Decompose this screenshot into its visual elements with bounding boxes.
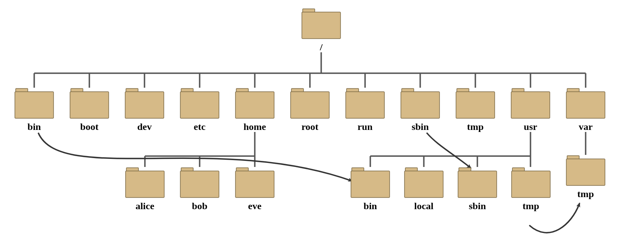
folder-label: /	[320, 42, 323, 53]
folder-icon	[345, 88, 385, 119]
folder-icon	[457, 167, 497, 198]
folder-usr-tmp: tmp	[511, 167, 551, 212]
folder-icon	[510, 88, 551, 119]
svg-rect-26	[302, 12, 341, 39]
folder-alice: alice	[125, 167, 165, 212]
folder-run: run	[345, 88, 385, 132]
svg-rect-32	[125, 92, 164, 118]
svg-rect-56	[351, 171, 390, 198]
folder-icon	[566, 88, 606, 119]
svg-rect-58	[405, 171, 443, 198]
folder-label: bob	[192, 201, 208, 212]
folder-label: tmp	[467, 121, 483, 132]
folder-var: var	[566, 88, 606, 132]
folder-icon	[235, 88, 275, 119]
folder-label: tmp	[577, 189, 594, 200]
folder-icon	[180, 167, 220, 198]
folder-home: home	[235, 88, 275, 132]
folder-root: /	[301, 8, 341, 53]
svg-rect-42	[401, 92, 440, 118]
folder-bob: bob	[180, 167, 220, 212]
folder-label: local	[414, 201, 433, 212]
svg-rect-52	[180, 171, 219, 198]
svg-rect-40	[346, 92, 384, 118]
folder-sbin-top: sbin	[400, 88, 440, 132]
folder-label: root	[301, 121, 318, 132]
svg-rect-60	[458, 171, 497, 198]
folder-icon	[404, 167, 444, 198]
svg-rect-64	[566, 159, 605, 185]
svg-rect-36	[235, 92, 274, 118]
folder-icon	[455, 88, 495, 119]
folder-icon	[566, 155, 606, 186]
folder-label: sbin	[469, 201, 486, 212]
folder-icon	[125, 167, 165, 198]
folder-label: run	[357, 121, 372, 132]
folder-var-tmp: tmp	[566, 155, 606, 200]
folder-label: var	[579, 121, 593, 132]
folder-icon	[124, 88, 165, 119]
folder-icon	[301, 8, 341, 39]
svg-rect-30	[70, 92, 109, 118]
folder-label: eve	[248, 201, 261, 212]
folder-icon	[14, 88, 54, 119]
svg-rect-28	[15, 92, 54, 118]
filesystem-tree-diagram: { "colors": { "folder_fill": "#d6ba87", …	[0, 0, 644, 247]
svg-rect-54	[235, 171, 274, 198]
folder-label: dev	[137, 121, 152, 132]
folder-boot: boot	[69, 88, 109, 132]
folder-label: boot	[80, 121, 98, 132]
folder-dev: dev	[124, 88, 165, 132]
folder-bin: bin	[14, 88, 54, 132]
svg-rect-62	[512, 171, 550, 198]
folder-usr: usr	[510, 88, 551, 132]
folder-icon	[350, 167, 390, 198]
folder-root-home: root	[290, 88, 330, 132]
svg-rect-46	[511, 92, 550, 118]
folder-icon	[235, 167, 275, 198]
folder-label: alice	[136, 201, 155, 212]
svg-rect-48	[566, 92, 605, 118]
folder-label: etc	[194, 121, 205, 132]
folder-usr-sbin: sbin	[457, 167, 497, 212]
folder-icon	[180, 88, 220, 119]
folder-label: bin	[27, 121, 41, 132]
folder-label: usr	[524, 121, 537, 132]
folder-eve: eve	[235, 167, 275, 212]
svg-rect-44	[456, 92, 495, 118]
svg-rect-34	[180, 92, 219, 118]
svg-rect-50	[126, 171, 164, 198]
folder-label: home	[244, 121, 266, 132]
folder-tmp-top: tmp	[455, 88, 495, 132]
folder-etc: etc	[180, 88, 220, 132]
folder-icon	[290, 88, 330, 119]
folder-label: sbin	[412, 121, 429, 132]
folder-icon	[69, 88, 109, 119]
folder-icon	[511, 167, 551, 198]
folder-icon	[400, 88, 440, 119]
folder-usr-local: local	[404, 167, 444, 212]
svg-rect-38	[291, 92, 329, 118]
folder-usr-bin: bin	[350, 167, 390, 212]
folder-label: bin	[363, 201, 377, 212]
folder-label: tmp	[522, 201, 539, 212]
